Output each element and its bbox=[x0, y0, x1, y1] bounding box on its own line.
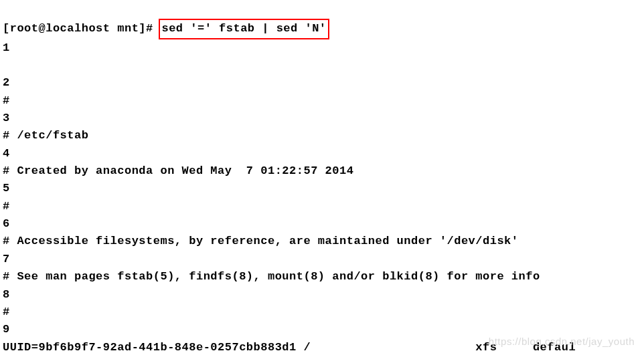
output-line: 6 bbox=[3, 217, 10, 230]
output-line: 1 bbox=[3, 41, 10, 54]
output-line: # Created by anaconda on Wed May 7 01:22… bbox=[3, 164, 353, 177]
output-line: 9 bbox=[3, 323, 10, 336]
output-line: 2 bbox=[3, 76, 10, 89]
output-line: # /etc/fstab bbox=[3, 129, 88, 142]
output-line: 8 bbox=[3, 288, 10, 301]
prompt-line[interactable]: [root@localhost mnt]# sed '=' fstab | se… bbox=[3, 19, 641, 39]
highlighted-command: sed '=' fstab | sed 'N' bbox=[159, 19, 329, 39]
shell-prompt: [root@localhost mnt]# bbox=[3, 22, 160, 35]
output-line: # bbox=[3, 306, 10, 318]
output-line: # bbox=[3, 200, 10, 213]
output-line: # bbox=[3, 94, 10, 107]
output-line: # Accessible filesystems, by reference, … bbox=[3, 235, 519, 247]
terminal-output: [root@localhost mnt]# sed '=' fstab | se… bbox=[0, 0, 644, 351]
output-line: 7 bbox=[3, 253, 10, 265]
output-line: 4 bbox=[3, 147, 10, 160]
output-line: # See man pages fstab(5), findfs(8), mou… bbox=[3, 270, 540, 283]
watermark-text: https://blog.csdn.net/jay_youth bbox=[489, 336, 635, 347]
output-line: 5 bbox=[3, 182, 10, 195]
output-line: 3 bbox=[3, 112, 10, 124]
